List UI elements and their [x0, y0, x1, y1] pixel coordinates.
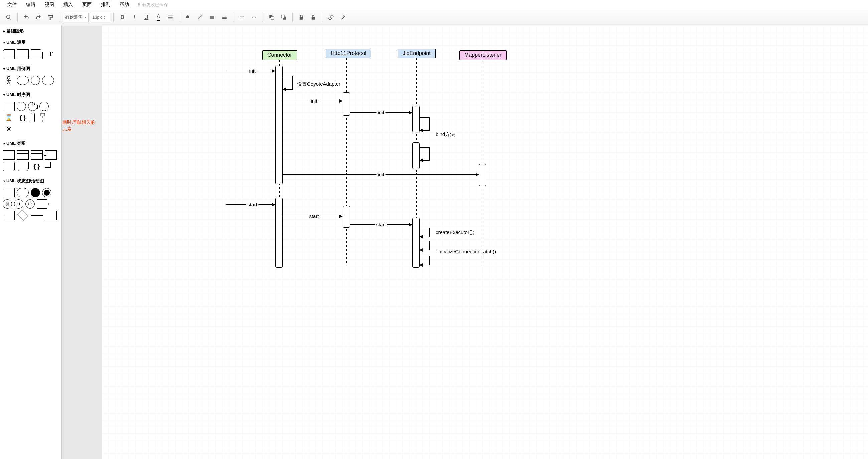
shape-boundary[interactable] — [42, 76, 54, 85]
zoom-icon[interactable] — [3, 12, 14, 23]
shape-destroy[interactable]: ⌛ — [3, 113, 15, 122]
self-msg[interactable] — [420, 256, 430, 265]
shape-interface[interactable] — [3, 162, 15, 171]
section-basic[interactable]: 基础图形 — [0, 25, 61, 37]
shape-final[interactable] — [42, 188, 52, 197]
redo-icon[interactable] — [33, 12, 44, 23]
activation-bar[interactable] — [343, 92, 350, 116]
activation-bar[interactable] — [412, 142, 420, 169]
shape-rect[interactable] — [45, 210, 57, 220]
activation-bar[interactable] — [412, 106, 420, 133]
shape-state[interactable] — [3, 188, 15, 197]
annotation-text: 画时序图相关的元素 — [62, 119, 99, 132]
undo-icon[interactable] — [21, 12, 32, 23]
shape-lifeline2[interactable] — [37, 113, 49, 122]
font-size-select[interactable]: 13px▴▾ — [90, 13, 110, 22]
to-back-icon[interactable] — [278, 12, 289, 23]
shape-history[interactable]: H — [14, 199, 23, 209]
lock-icon[interactable] — [296, 12, 307, 23]
shape-class[interactable] — [3, 150, 15, 160]
shape-signal[interactable] — [37, 199, 49, 209]
to-front-icon[interactable] — [266, 12, 277, 23]
waypoints-icon[interactable]: ⋯ — [249, 12, 259, 23]
lifeline-jioendpoint[interactable]: JloEndpoint — [398, 49, 436, 58]
shape-control[interactable] — [39, 102, 49, 111]
align-icon[interactable] — [165, 12, 176, 23]
shape-fork[interactable] — [31, 215, 43, 216]
lifeline-mapper[interactable]: MapperListener — [459, 51, 506, 60]
msg-label: init — [376, 110, 385, 115]
section-uml-usecase[interactable]: UML 用例图 — [0, 63, 61, 74]
section-uml-sequence[interactable]: UML 时序图 — [0, 89, 61, 100]
shape-receive[interactable] — [3, 210, 15, 220]
shape-text[interactable]: T — [45, 50, 57, 59]
canvas[interactable]: 画时序图相关的元素 Connector Http11Protocol JloEn… — [102, 25, 868, 459]
menu-arrange[interactable]: 排列 — [96, 0, 115, 9]
shape-package[interactable] — [3, 50, 15, 59]
format-toolbar: 微软雅黑▾ 13px▴▾ B I U A ⋯ — [0, 9, 868, 25]
link-icon[interactable] — [326, 12, 336, 23]
italic-icon[interactable]: I — [129, 12, 140, 23]
shape-braces[interactable]: { } — [31, 162, 43, 171]
shape-activation[interactable] — [31, 113, 35, 122]
shape-terminate[interactable]: ✕ — [3, 199, 12, 209]
section-uml-state[interactable]: UML 状态图/活动图 — [0, 175, 61, 187]
shape-note[interactable] — [31, 50, 43, 59]
shape-small[interactable] — [45, 162, 51, 168]
self-msg[interactable] — [420, 241, 430, 250]
fill-color-icon[interactable] — [183, 12, 193, 23]
shape-boundary2[interactable]: ↻ — [28, 102, 37, 111]
shape-usecase2[interactable] — [31, 76, 40, 85]
shape-state-round[interactable] — [17, 188, 29, 197]
msg-label: start — [375, 222, 387, 227]
line-style-icon[interactable] — [207, 12, 217, 23]
line-color-icon[interactable] — [195, 12, 206, 23]
menu-file[interactable]: 文件 — [3, 0, 21, 9]
shape-entity[interactable] — [17, 102, 26, 111]
activation-bar[interactable] — [412, 218, 420, 268]
shape-actor[interactable] — [3, 76, 15, 85]
menu-view[interactable]: 视图 — [40, 0, 59, 9]
activation-bar[interactable] — [275, 198, 283, 268]
shape-component[interactable] — [45, 150, 57, 160]
activation-bar[interactable] — [343, 206, 350, 228]
shape-history-deep[interactable]: H* — [25, 199, 35, 209]
connection-icon[interactable] — [237, 12, 247, 23]
svg-point-0 — [6, 15, 10, 19]
menu-insert[interactable]: 插入 — [59, 0, 78, 9]
self-msg[interactable] — [283, 76, 293, 90]
shape-object[interactable] — [17, 162, 29, 171]
canvas-area[interactable]: 画时序图相关的元素 Connector Http11Protocol JloEn… — [62, 25, 868, 459]
self-msg[interactable] — [420, 147, 430, 161]
shape-usecase[interactable] — [17, 76, 29, 85]
unlock-icon[interactable] — [308, 12, 319, 23]
bold-icon[interactable]: B — [117, 12, 128, 23]
shape-frame[interactable]: { } — [17, 113, 29, 122]
section-uml-general[interactable]: UML 通用 — [0, 37, 61, 48]
shape-x[interactable]: ✕ — [3, 124, 15, 134]
shape-decision[interactable] — [18, 210, 28, 221]
activation-bar[interactable] — [479, 164, 487, 186]
shape-class2[interactable] — [17, 150, 29, 160]
underline-icon[interactable]: U — [141, 12, 152, 23]
font-color-icon[interactable]: A — [153, 12, 164, 23]
section-uml-class[interactable]: UML 类图 — [0, 138, 61, 149]
font-family-select[interactable]: 微软雅黑▾ — [63, 13, 89, 22]
line-width-icon[interactable] — [219, 12, 229, 23]
self-msg[interactable] — [420, 117, 430, 131]
activation-bar[interactable] — [275, 65, 283, 184]
lifeline-http11[interactable]: Http11Protocol — [326, 49, 371, 58]
menu-edit[interactable]: 编辑 — [21, 0, 40, 9]
self-msg[interactable] — [420, 228, 430, 237]
format-painter-icon[interactable] — [45, 12, 56, 23]
shape-folder[interactable] — [17, 50, 29, 59]
menu-help[interactable]: 帮助 — [115, 0, 134, 9]
shape-class3[interactable] — [31, 150, 43, 160]
shapes-sidebar: 基础图形 UML 通用 T UML 用例图 UML 时序图 ↻ ⌛ { } ✕ — [0, 25, 62, 459]
menu-page[interactable]: 页面 — [78, 0, 96, 9]
magic-icon[interactable] — [338, 12, 348, 23]
shape-lifeline[interactable] — [3, 102, 15, 111]
shape-initial[interactable] — [31, 188, 40, 197]
msg-label: initializeConnectionLatch() — [436, 249, 497, 254]
lifeline-connector[interactable]: Connector — [262, 51, 297, 60]
